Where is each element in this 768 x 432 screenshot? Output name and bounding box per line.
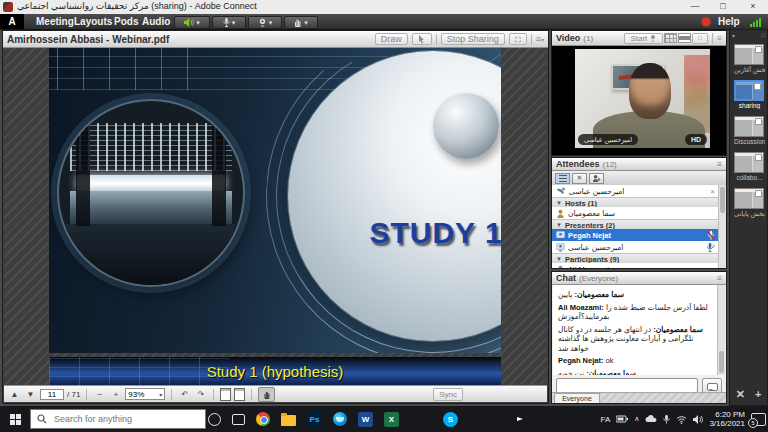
- webcam-icon: [258, 18, 267, 27]
- fullscreen-button[interactable]: [509, 33, 527, 45]
- layout-thumbnail-active[interactable]: [734, 80, 764, 101]
- layouts-panel-pin-icon[interactable]: □: [761, 32, 765, 40]
- layout-item-discussion[interactable]: Discussion: [734, 116, 765, 145]
- filmstrip-view-button[interactable]: [678, 33, 691, 43]
- video-fullscreen-button[interactable]: [692, 33, 708, 44]
- tray-expand-icon[interactable]: ∧: [634, 415, 639, 423]
- connection-signal-icon[interactable]: [750, 18, 761, 27]
- zoom-level-select[interactable]: 93% ▾: [125, 388, 165, 400]
- layout-item-sharing[interactable]: sharing: [734, 80, 765, 109]
- breakout-view-button[interactable]: ✕: [572, 173, 587, 184]
- rotate-ccw-button[interactable]: ↶: [178, 390, 191, 399]
- share-pod-menu-button[interactable]: ≡▾: [536, 34, 544, 44]
- add-layout-button[interactable]: +: [755, 388, 761, 401]
- attendees-pod-title: Attendees: [556, 159, 600, 169]
- attendee-status-view-button[interactable]: [589, 173, 604, 184]
- page-up-button[interactable]: ▲: [8, 390, 21, 399]
- layout-thumbnail[interactable]: [734, 116, 764, 137]
- attendees-toolbar: ✕: [552, 171, 726, 186]
- close-layouts-button[interactable]: ✕: [736, 388, 745, 401]
- chat-message: Pegah Nejat: ok: [558, 356, 713, 366]
- webcam-button[interactable]: ▾: [248, 16, 282, 29]
- word-icon[interactable]: W: [358, 412, 373, 427]
- minimize-button[interactable]: —: [684, 0, 706, 13]
- presenter-row-selected[interactable]: Pegah Nejat: [552, 229, 719, 241]
- attendee-list-view-button[interactable]: [555, 173, 570, 184]
- page-number-input[interactable]: [40, 389, 64, 400]
- pointer-button[interactable]: [412, 33, 432, 45]
- chat-pod-menu-button[interactable]: ≡: [717, 274, 722, 283]
- layout-item-collaboration[interactable]: collabo...: [734, 152, 765, 181]
- edge-icon[interactable]: [333, 412, 347, 426]
- chat-scrollbar[interactable]: [717, 285, 725, 375]
- single-page-view-button[interactable]: [220, 388, 231, 401]
- layout-thumbnail[interactable]: [734, 44, 764, 65]
- draw-button[interactable]: Draw: [375, 33, 408, 45]
- excel-icon[interactable]: X: [384, 412, 399, 427]
- volume-icon[interactable]: [693, 415, 703, 424]
- status-dropdown-icon[interactable]: ▾: [304, 19, 308, 27]
- start-button[interactable]: [0, 406, 30, 432]
- language-indicator[interactable]: FA: [601, 415, 611, 424]
- start-webcam-button[interactable]: Start: [624, 33, 663, 44]
- video-pod-menu-button[interactable]: ≡: [717, 34, 722, 43]
- tray-microphone-icon[interactable]: [663, 415, 670, 424]
- page-down-button[interactable]: ▼: [24, 390, 37, 399]
- wifi-icon[interactable]: [676, 415, 687, 424]
- participant-row[interactable]: Ali Moazami: [552, 263, 719, 269]
- grid-view-button[interactable]: [664, 33, 677, 43]
- attendees-pod-menu-button[interactable]: ≡: [717, 160, 722, 169]
- rotate-cw-button[interactable]: ↷: [194, 390, 207, 399]
- file-explorer-icon[interactable]: [281, 415, 296, 426]
- maximize-button[interactable]: □: [712, 0, 734, 13]
- chrome-icon[interactable]: [256, 412, 270, 426]
- presenters-collapse-icon[interactable]: ▼: [556, 222, 562, 228]
- zoom-in-button[interactable]: +: [109, 390, 122, 399]
- search-input[interactable]: [52, 413, 186, 425]
- chat-sender: Ali Moazami:: [558, 303, 604, 312]
- battery-icon[interactable]: [616, 415, 628, 423]
- status-hand-button[interactable]: ▾: [284, 16, 318, 29]
- onedrive-icon[interactable]: [645, 415, 657, 423]
- layout-item-closing[interactable]: بخش پایانی: [734, 188, 765, 218]
- webcam-dropdown-icon[interactable]: ▾: [269, 19, 273, 27]
- action-center-icon[interactable]: 5: [751, 413, 766, 426]
- photoshop-icon[interactable]: Ps: [307, 412, 322, 427]
- layouts-panel-header: ▾ □: [732, 32, 765, 40]
- sync-button[interactable]: Sync: [433, 388, 463, 401]
- microphone-button[interactable]: ▾: [212, 16, 246, 29]
- tab-everyone[interactable]: Everyone: [554, 393, 600, 403]
- taskbar-clock[interactable]: 6:20 PM 3/16/2021: [709, 410, 745, 428]
- close-button[interactable]: ×: [742, 0, 764, 13]
- taskbar-search[interactable]: [30, 409, 206, 429]
- pointer-icon: [418, 35, 425, 44]
- layout-thumbnail[interactable]: [734, 188, 764, 209]
- layouts-panel-menu-icon[interactable]: ▾: [732, 32, 735, 40]
- menu-help[interactable]: Help: [718, 14, 740, 29]
- hosts-collapse-icon[interactable]: ▼: [556, 200, 562, 206]
- scrollbar-thumb[interactable]: [719, 351, 724, 373]
- presenter-name: Pegah Nejat: [568, 231, 611, 240]
- microphone-dropdown-icon[interactable]: ▾: [232, 19, 236, 27]
- stop-sharing-button[interactable]: Stop Sharing: [441, 33, 505, 45]
- participants-collapse-icon[interactable]: ▼: [556, 256, 562, 262]
- menu-audio[interactable]: Audio: [138, 14, 174, 29]
- host-row[interactable]: سما معصومیان: [552, 207, 719, 219]
- scrollbar-thumb[interactable]: [720, 187, 725, 213]
- layout-label: بخش آغازین: [734, 66, 765, 74]
- task-view-icon[interactable]: [232, 414, 245, 425]
- continuous-view-button[interactable]: [234, 388, 245, 401]
- adobe-logo[interactable]: A: [0, 14, 24, 29]
- zoom-out-button[interactable]: −: [93, 390, 106, 399]
- presenter-row[interactable]: امیرحسین عباسی: [552, 241, 719, 253]
- speaker-button[interactable]: ▾: [174, 16, 210, 29]
- chat-input[interactable]: [556, 378, 698, 393]
- skype-icon[interactable]: S: [443, 412, 458, 427]
- remove-dialin-button[interactable]: ×: [710, 187, 715, 196]
- layout-item-opening[interactable]: بخش آغازین: [734, 44, 765, 74]
- speaker-dropdown-icon[interactable]: ▾: [196, 19, 200, 27]
- hand-tool-button[interactable]: [258, 387, 275, 402]
- attendees-scrollbar[interactable]: [718, 185, 726, 268]
- cortana-icon[interactable]: [208, 413, 221, 426]
- layout-thumbnail[interactable]: [734, 152, 764, 173]
